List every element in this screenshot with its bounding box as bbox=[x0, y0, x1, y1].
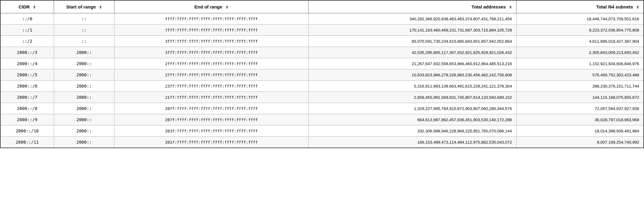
cell-end: 27ff:ffff:ffff:ffff:ffff:ffff:ffff:ffff bbox=[114, 69, 308, 81]
cell-total: 166,153,499,473,114,484,112,975,882,535,… bbox=[309, 137, 517, 148]
cell-cidr: 2000::/8 bbox=[0, 103, 54, 114]
cell-end: 203f:ffff:ffff:ffff:ffff:ffff:ffff:ffff bbox=[114, 125, 308, 137]
cell-cidr: 2000::/6 bbox=[0, 81, 54, 92]
cell-cidr: 2000::/7 bbox=[0, 92, 54, 103]
sort-arrow-subnets: ⇕ bbox=[636, 5, 639, 9]
cell-start: 2000:: bbox=[54, 125, 114, 137]
cell-subnets: 576,460,752,303,423,488 bbox=[516, 69, 644, 81]
cell-subnets: 9,223,372,036,854,775,808 bbox=[516, 25, 644, 36]
cell-cidr: 2000::/4 bbox=[0, 58, 54, 69]
cell-end: 3fff:ffff:ffff:ffff:ffff:ffff:ffff:ffff bbox=[114, 36, 308, 47]
cell-cidr: 2000::/11 bbox=[0, 137, 54, 148]
table-row: 2000::/52000::27ff:ffff:ffff:ffff:ffff:f… bbox=[0, 69, 644, 81]
cell-subnets: 72,057,594,037,927,936 bbox=[516, 103, 644, 114]
cell-subnets: 9,007,199,254,740,992 bbox=[516, 137, 644, 148]
table-row: ::/0::ffff:ffff:ffff:ffff:ffff:ffff:ffff… bbox=[0, 13, 644, 25]
table-row: 2000::/62000::23ff:ffff:ffff:ffff:ffff:f… bbox=[0, 81, 644, 92]
sort-arrow-end: ⇕ bbox=[225, 5, 229, 9]
cell-cidr: 2000::/10 bbox=[0, 125, 54, 137]
cell-start: 2000:: bbox=[54, 114, 114, 125]
cell-subnets: 18,014,398,509,481,984 bbox=[516, 125, 644, 137]
cell-cidr: 2000::/3 bbox=[0, 47, 54, 58]
cell-total: 340,282,366,920,938,463,463,374,607,431,… bbox=[309, 13, 517, 25]
cell-end: 3fff:ffff:ffff:ffff:ffff:ffff:ffff:ffff bbox=[114, 47, 308, 58]
cell-start: 2000:: bbox=[54, 137, 114, 148]
header-start-label: Start of range bbox=[66, 4, 96, 9]
table-row: 2000::/72000::21ff:ffff:ffff:ffff:ffff:f… bbox=[0, 92, 644, 103]
cell-total: 170,141,183,460,469,231,731,687,303,715,… bbox=[309, 25, 517, 36]
cell-start: :: bbox=[54, 25, 114, 36]
header-end[interactable]: End of range ⇕ bbox=[114, 0, 308, 13]
cell-subnets: 2,305,843,009,213,693,452 bbox=[516, 47, 644, 58]
table-row: 2000::/92000::207f:ffff:ffff:ffff:ffff:f… bbox=[0, 114, 644, 125]
cell-subnets: 4,611,686,018,427,387,904 bbox=[516, 36, 644, 47]
cell-cidr: 2000::/5 bbox=[0, 69, 54, 81]
main-container: CIDR ⇕ Start of range ⇕ End of range ⇕ T… bbox=[0, 0, 644, 148]
cell-end: 23ff:ffff:ffff:ffff:ffff:ffff:ffff:ffff bbox=[114, 81, 308, 92]
cell-subnets: 144,115,188,075,855,872 bbox=[516, 92, 644, 103]
header-cidr-label: CIDR bbox=[19, 4, 30, 9]
header-subnets[interactable]: Total /64 subnets ⇕ bbox=[516, 0, 644, 13]
header-total-label: Total addresses bbox=[472, 4, 506, 9]
cell-total: 10,633,823,966,279,326,983,230,456,482,2… bbox=[309, 69, 517, 81]
table-header-row: CIDR ⇕ Start of range ⇕ End of range ⇕ T… bbox=[0, 0, 644, 13]
cell-start: 2000:: bbox=[54, 47, 114, 58]
table-row: ::/1::7fff:ffff:ffff:ffff:ffff:ffff:ffff… bbox=[0, 25, 644, 36]
cell-start: 2000:: bbox=[54, 69, 114, 81]
cidr-table: CIDR ⇕ Start of range ⇕ End of range ⇕ T… bbox=[0, 0, 644, 148]
sort-arrow-total: ⇕ bbox=[509, 5, 512, 9]
cell-total: 332,306,998,946,228,968,225,951,765,070,… bbox=[309, 125, 517, 137]
cell-cidr: ::/0 bbox=[0, 13, 54, 25]
cell-end: 2fff:ffff:ffff:ffff:ffff:ffff:ffff:ffff bbox=[114, 58, 308, 69]
cell-subnets: 288,230,376,151,711,744 bbox=[516, 81, 644, 92]
cell-total: 21,267,647,932,558,653,966,460,912,964,4… bbox=[309, 58, 517, 69]
header-cidr[interactable]: CIDR ⇕ bbox=[0, 0, 54, 13]
cell-total: 5,316,911,983,139,663,491,615,228,241,12… bbox=[309, 81, 517, 92]
table-row: 2000::/102000::203f:ffff:ffff:ffff:ffff:… bbox=[0, 125, 644, 137]
cell-total: 1,329,227,995,784,915,872,903,807,060,28… bbox=[309, 103, 517, 114]
cell-start: 2000:: bbox=[54, 103, 114, 114]
cell-start: :: bbox=[54, 36, 114, 47]
cell-start: :: bbox=[54, 13, 114, 25]
cell-subnets: 1,152,921,504,606,846,976 bbox=[516, 58, 644, 69]
header-subnets-label: Total /64 subnets bbox=[596, 4, 633, 9]
cell-total: 42,535,295,865,117,307,932,921,825,928,9… bbox=[309, 47, 517, 58]
cell-subnets: 36,028,797,018,963,968 bbox=[516, 114, 644, 125]
cell-end: 21ff:ffff:ffff:ffff:ffff:ffff:ffff:ffff bbox=[114, 92, 308, 103]
table-row: ::/2::3fff:ffff:ffff:ffff:ffff:ffff:ffff… bbox=[0, 36, 644, 47]
cell-cidr: ::/1 bbox=[0, 25, 54, 36]
cell-end: ffff:ffff:ffff:ffff:ffff:ffff:ffff:ffff bbox=[114, 13, 308, 25]
cell-end: 201f:ffff:ffff:ffff:ffff:ffff:ffff:ffff bbox=[114, 137, 308, 148]
cell-total: 2,658,455,991,569,831,745,807,614,120,56… bbox=[309, 92, 517, 103]
cell-end: 7fff:ffff:ffff:ffff:ffff:ffff:ffff:ffff bbox=[114, 25, 308, 36]
cell-total: 85,070,591,730,234,615,865,843,651,857,9… bbox=[309, 36, 517, 47]
header-total[interactable]: Total addresses ⇕ bbox=[309, 0, 517, 13]
cell-start: 2000:: bbox=[54, 92, 114, 103]
table-row: 2000::/32000::3fff:ffff:ffff:ffff:ffff:f… bbox=[0, 47, 644, 58]
cell-start: 2000:: bbox=[54, 81, 114, 92]
cell-end: 207f:ffff:ffff:ffff:ffff:ffff:ffff:ffff bbox=[114, 114, 308, 125]
table-row: 2000::/112000::201f:ffff:ffff:ffff:ffff:… bbox=[0, 137, 644, 148]
cell-end: 20ff:ffff:ffff:ffff:ffff:ffff:ffff:ffff bbox=[114, 103, 308, 114]
cell-subnets: 18,446,744,073,709,551,616 bbox=[516, 13, 644, 25]
sort-arrow-cidr: ⇕ bbox=[33, 5, 36, 9]
cell-start: 2000:: bbox=[54, 58, 114, 69]
table-row: 2000::/42000::2fff:ffff:ffff:ffff:ffff:f… bbox=[0, 58, 644, 69]
header-start[interactable]: Start of range ⇕ bbox=[54, 0, 114, 13]
table-row: 2000::/82000::20ff:ffff:ffff:ffff:ffff:f… bbox=[0, 103, 644, 114]
cell-cidr: 2000::/9 bbox=[0, 114, 54, 125]
cell-total: 664,613,997,892,457,936,451,903,530,140,… bbox=[309, 114, 517, 125]
sort-arrow-start: ⇕ bbox=[99, 5, 102, 9]
cell-cidr: ::/2 bbox=[0, 36, 54, 47]
header-end-label: End of range bbox=[195, 4, 222, 9]
